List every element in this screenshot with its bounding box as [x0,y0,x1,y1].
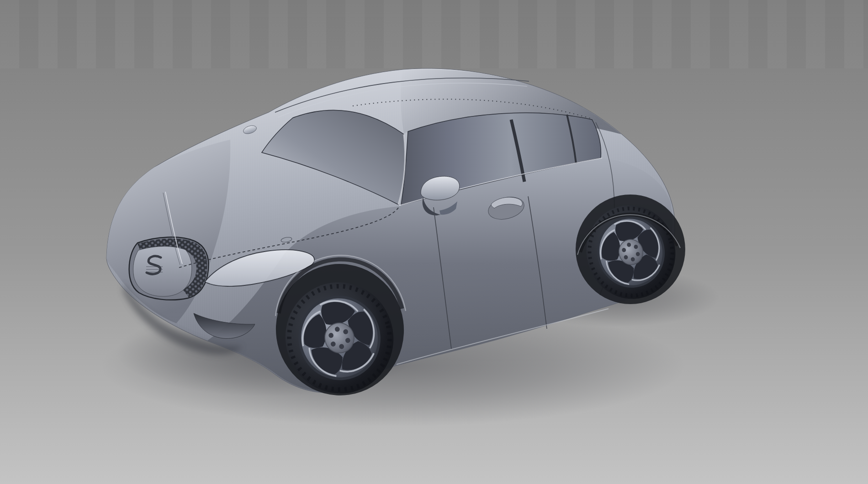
grille-panel [133,247,192,297]
car-render [0,0,868,484]
grille [129,237,209,300]
cad-viewport[interactable] [0,0,868,484]
